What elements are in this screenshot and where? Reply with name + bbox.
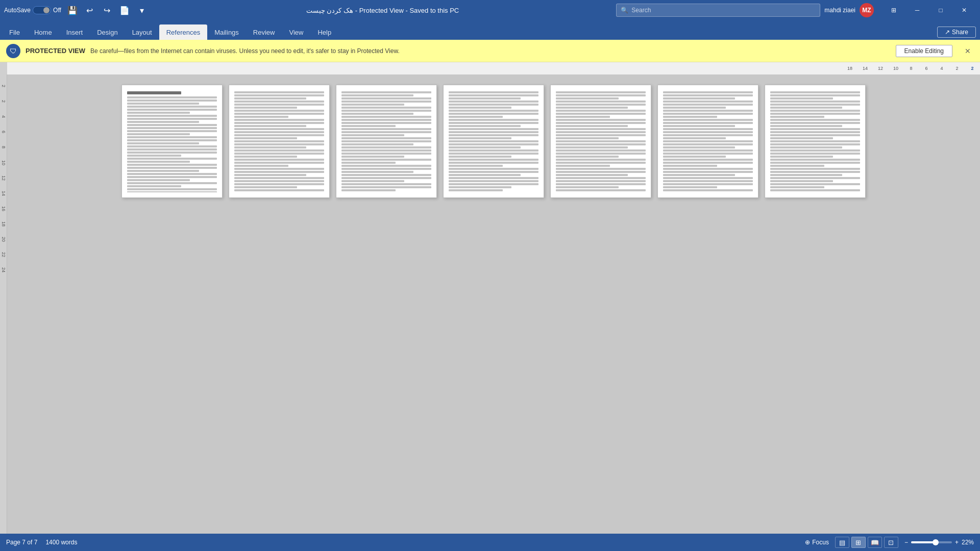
page-line <box>556 177 646 179</box>
page-line <box>663 110 753 112</box>
focus-icon: ⊕ <box>805 539 810 546</box>
tab-help[interactable]: Help <box>310 24 338 40</box>
page-line <box>663 131 753 133</box>
tab-home[interactable]: Home <box>27 24 59 40</box>
close-bar-button[interactable]: ✕ <box>962 45 974 57</box>
page-line <box>663 125 735 127</box>
tab-insert[interactable]: Insert <box>59 24 90 40</box>
page-line <box>663 189 753 191</box>
share-icon: ↗ <box>945 29 950 36</box>
page-line <box>234 143 324 145</box>
page-line <box>770 101 860 103</box>
page-line <box>556 165 610 167</box>
page-thumbnail-3[interactable] <box>336 85 437 198</box>
zoom-level[interactable]: 22% <box>962 539 974 546</box>
maximize-button[interactable]: □ <box>929 0 952 20</box>
tab-design[interactable]: Design <box>90 24 125 40</box>
new-doc-icon[interactable]: 📄 <box>117 3 132 17</box>
page-thumbnail-7[interactable] <box>765 85 866 198</box>
page-line <box>127 142 199 144</box>
page-line <box>556 149 646 152</box>
page-line <box>234 162 324 164</box>
print-layout-button[interactable]: ▤ <box>835 537 849 548</box>
page-line <box>663 171 753 173</box>
page-thumbnail-4[interactable] <box>443 85 544 198</box>
page-line <box>127 133 190 135</box>
page-thumbnail-2[interactable] <box>229 85 330 198</box>
page-line <box>770 140 860 142</box>
focus-mode-button[interactable]: ⊡ <box>884 537 898 548</box>
page-line <box>449 156 511 158</box>
page-line <box>234 153 324 155</box>
left-ruler-num: 18 <box>1 216 6 232</box>
tab-mailings[interactable]: Mailings <box>207 24 246 40</box>
page-line <box>127 188 217 190</box>
title-bar: AutoSave Off 💾 ↩ ↪ 📄 ▾ هک کردن چیست - Pr… <box>0 0 980 20</box>
page-line <box>234 140 324 142</box>
left-ruler-num: 12 <box>1 170 6 186</box>
page-line <box>449 153 538 155</box>
page-line <box>556 97 619 99</box>
page-line <box>341 101 431 103</box>
redo-icon[interactable]: ↪ <box>100 3 114 17</box>
zoom-out-button[interactable]: − <box>904 539 908 546</box>
left-ruler-num: 2 <box>1 79 6 94</box>
page-line <box>770 137 833 139</box>
share-label: Share <box>952 29 968 36</box>
left-ruler-num: 2 <box>1 94 6 109</box>
ruler-num: 8 <box>903 66 919 71</box>
page-thumbnail-6[interactable] <box>657 85 758 198</box>
tab-view[interactable]: View <box>282 24 310 40</box>
undo-icon[interactable]: ↩ <box>83 3 97 17</box>
enable-editing-button[interactable]: Enable Editing <box>896 45 952 57</box>
close-button[interactable]: ✕ <box>952 0 976 20</box>
page-line <box>127 179 190 181</box>
avatar[interactable]: MZ <box>860 3 874 17</box>
page-line <box>663 165 717 167</box>
left-ruler-numbers: 2 2 4 6 8 10 12 14 16 18 20 22 24 <box>0 74 7 278</box>
tab-file[interactable]: File <box>2 24 27 40</box>
page-line <box>556 110 646 112</box>
page-thumbnail-1[interactable] <box>121 85 223 198</box>
read-mode-button[interactable]: 📖 <box>868 537 882 548</box>
page-line <box>556 180 646 182</box>
page-line <box>449 149 538 152</box>
left-ruler-num: 20 <box>1 232 6 247</box>
zoom-in-button[interactable]: + <box>955 539 959 546</box>
ruler-main: 18 14 12 10 8 6 4 2 2 <box>7 62 980 74</box>
tab-review[interactable]: Review <box>246 24 282 40</box>
save-icon[interactable]: 💾 <box>65 3 80 17</box>
page-line <box>341 113 413 115</box>
page-line <box>234 146 306 148</box>
page-line <box>234 107 297 109</box>
page-line <box>449 137 511 139</box>
tab-references[interactable]: References <box>159 24 207 40</box>
page-line <box>663 104 753 106</box>
ruler-numbers: 18 14 12 10 8 6 4 2 2 <box>842 66 980 71</box>
share-button[interactable]: ↗ Share <box>937 27 976 38</box>
more-icon[interactable]: ▾ <box>135 3 149 17</box>
page-line <box>556 134 646 136</box>
page-line <box>449 183 538 185</box>
page-line <box>341 189 396 191</box>
ribbon-tabs: File Home Insert Design Layout Reference… <box>0 20 980 40</box>
page-line <box>341 91 431 93</box>
page-line <box>234 122 324 124</box>
web-layout-button[interactable]: ⊞ <box>851 537 866 548</box>
autosave-toggle[interactable] <box>33 6 51 14</box>
page-line <box>234 174 306 176</box>
page-line <box>127 103 199 105</box>
page-line <box>663 156 726 158</box>
tab-layout[interactable]: Layout <box>125 24 159 40</box>
search-bar[interactable]: 🔍 Search <box>616 4 820 17</box>
page-line <box>234 137 297 139</box>
page-line <box>663 149 753 152</box>
minimize-button[interactable]: ─ <box>905 0 929 20</box>
user-section: mahdi ziaei MZ <box>824 3 874 17</box>
page-line <box>234 189 324 191</box>
zoom-slider[interactable] <box>911 541 952 543</box>
page-line <box>127 109 217 111</box>
page-line <box>127 136 217 138</box>
settings-icon[interactable]: ⊞ <box>882 0 905 20</box>
page-thumbnail-5[interactable] <box>550 85 651 198</box>
